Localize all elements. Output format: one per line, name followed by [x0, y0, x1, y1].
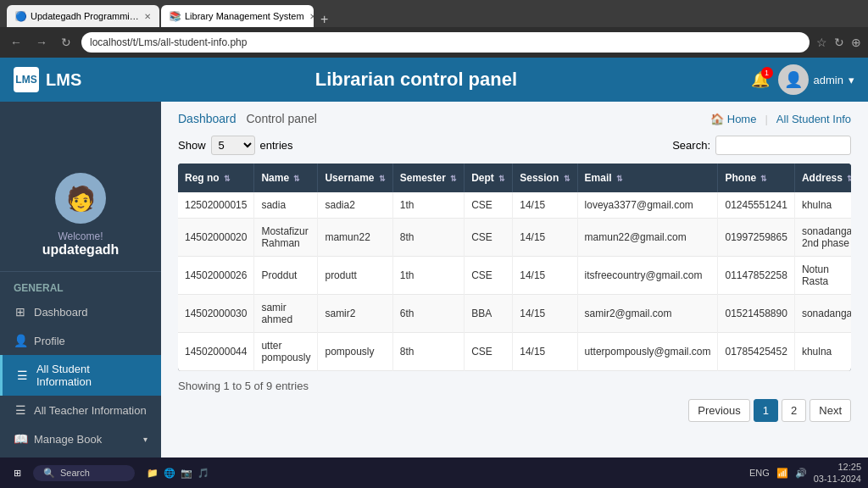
cell-4: CSE	[465, 333, 513, 371]
sidebar-item-label: Manage Book	[34, 433, 102, 446]
cell-8: sonadanga 2nd phase	[794, 219, 851, 257]
app-icon-2[interactable]: 🌐	[164, 468, 175, 479]
sidebar-item-manage-book[interactable]: 📖 Manage Book ▾	[0, 424, 161, 453]
notification-bell[interactable]: 🔔 1	[751, 70, 770, 89]
cell-1: utter pompously	[254, 333, 318, 371]
table-body: 12502000015sadiasadia21thCSE14/15loveya3…	[178, 192, 851, 371]
clock-date: 03-11-2024	[814, 473, 861, 485]
cell-7: 01147852258	[718, 257, 794, 295]
sort-icon-semester: ⇅	[450, 175, 457, 183]
cell-2: pompously	[318, 333, 392, 371]
tab1-close[interactable]: ✕	[144, 12, 151, 21]
breadcrumb-home-link[interactable]: 🏠 Home	[710, 113, 757, 125]
previous-button[interactable]: Previous	[688, 399, 750, 422]
sidebar-section-general: General	[0, 272, 161, 297]
sidebar-item-issue-book[interactable]: 📤 Issue Book ▾	[0, 453, 161, 458]
bookmark-icon[interactable]: ☆	[816, 36, 827, 49]
cell-8: Notun Rasta	[794, 257, 851, 295]
breadcrumb-divider: |	[765, 113, 767, 125]
next-button[interactable]: Next	[810, 399, 851, 422]
main-content: Dashboard Control panel 🏠 Home | All Stu…	[161, 58, 868, 458]
col-email[interactable]: Email ⇅	[577, 164, 718, 192]
address-text: localhost/t/Lms/all-student-info.php	[90, 36, 247, 48]
app-icon-1[interactable]: 📁	[147, 468, 159, 479]
cell-5: 14/15	[513, 295, 577, 333]
breadcrumb: Dashboard Control panel 🏠 Home | All Stu…	[178, 112, 851, 125]
pagination-info: Showing 1 to 5 of 9 entries	[178, 380, 851, 392]
search-input[interactable]	[715, 136, 851, 155]
sidebar-item-profile[interactable]: 👤 Profile	[0, 326, 161, 355]
show-entries: Show 5 10 25 50 100 entries	[178, 136, 293, 155]
cell-6: loveya3377@gmail.com	[577, 192, 718, 219]
app-icon-3[interactable]: 📷	[181, 468, 192, 479]
tab1-label: Updategadh Programming - Up...	[31, 11, 139, 21]
entries-select[interactable]: 5 10 25 50 100	[211, 136, 255, 155]
sidebar-item-dashboard[interactable]: ⊞ Dashboard	[0, 297, 161, 326]
manage-book-arrow: ▾	[143, 435, 147, 444]
table-controls: Show 5 10 25 50 100 entries Search:	[178, 136, 851, 155]
taskbar-pinned-apps: 📁 🌐 📷 🎵	[147, 468, 209, 479]
app-icon-4[interactable]: 🎵	[198, 468, 209, 479]
cell-0: 14502000030	[178, 295, 254, 333]
cell-6: samir2@gmail.com	[577, 295, 718, 333]
sort-icon-reg-no: ⇅	[224, 175, 231, 183]
browser-tab-2[interactable]: 📚 Library Management System ✕	[161, 5, 314, 27]
cell-1: Proddut	[254, 257, 318, 295]
new-tab-button[interactable]: +	[315, 12, 333, 27]
page-2-button[interactable]: 2	[782, 399, 806, 422]
sort-icon-username: ⇅	[379, 175, 386, 183]
cell-7: 01245551241	[718, 192, 794, 219]
col-semester[interactable]: Semester ⇅	[392, 164, 464, 192]
sort-icon-address: ⇅	[847, 175, 851, 183]
address-bar[interactable]: localhost/t/Lms/all-student-info.php	[81, 32, 810, 53]
cell-8: sonadanga	[794, 295, 851, 333]
entries-label: entries	[260, 139, 293, 152]
sidebar-item-label: All Teacher Information	[34, 404, 147, 417]
start-button[interactable]: ⊞	[7, 468, 28, 479]
cell-8: khulna	[794, 333, 851, 371]
forward-button[interactable]: →	[32, 34, 51, 51]
col-phone[interactable]: Phone ⇅	[718, 164, 794, 192]
volume-icon[interactable]: 🔊	[795, 468, 807, 479]
col-reg-no[interactable]: Reg no ⇅	[178, 164, 254, 192]
cell-6: utterpompously@gmail.com	[577, 333, 718, 371]
reload-button[interactable]: ↻	[58, 34, 75, 51]
tab2-label: Library Management System	[185, 11, 304, 21]
refresh-icon[interactable]: ↻	[834, 36, 844, 49]
cell-0: 14502000044	[178, 333, 254, 371]
profile-welcome: Welcome!	[14, 230, 147, 242]
taskbar-search[interactable]: 🔍 Search	[33, 465, 135, 481]
table-row: 14502000020Mostafizur Rahmanmamun228thCS…	[178, 219, 851, 257]
sidebar-item-all-student-info[interactable]: ☰ All Student Information	[0, 355, 161, 396]
table-row: 14502000044utter pompouslypompously8thCS…	[178, 333, 851, 371]
breadcrumb-sub: Control panel	[247, 112, 317, 125]
extension-icon[interactable]: ⊕	[851, 36, 861, 49]
col-name[interactable]: Name ⇅	[254, 164, 318, 192]
sort-icon-email: ⇅	[616, 175, 623, 183]
cell-1: sadia	[254, 192, 318, 219]
breadcrumb-dashboard[interactable]: Dashboard	[178, 112, 236, 125]
cell-5: 14/15	[513, 192, 577, 219]
cell-3: 8th	[392, 333, 464, 371]
browser-addressbar: ← → ↻ localhost/t/Lms/all-student-info.p…	[0, 27, 868, 58]
sidebar-item-label: Dashboard	[34, 306, 88, 319]
back-button[interactable]: ←	[7, 34, 25, 51]
profile-icon: 👤	[14, 334, 27, 347]
wifi-icon[interactable]: 📶	[776, 468, 788, 479]
col-address[interactable]: Address ⇅	[794, 164, 851, 192]
page-1-button[interactable]: 1	[754, 399, 778, 422]
brand-icon-text: LMS	[15, 74, 36, 86]
table-header-row: Reg no ⇅ Name ⇅ Username ⇅ Semester ⇅ De…	[178, 164, 851, 192]
sidebar-item-all-teacher-info[interactable]: ☰ All Teacher Information	[0, 396, 161, 424]
col-dept[interactable]: Dept ⇅	[465, 164, 513, 192]
brand-icon: LMS	[14, 67, 39, 92]
admin-menu[interactable]: 👤 admin ▾	[778, 64, 854, 95]
student-info-icon: ☰	[16, 369, 30, 382]
data-table-wrapper: Reg no ⇅ Name ⇅ Username ⇅ Semester ⇅ De…	[178, 164, 851, 371]
col-username[interactable]: Username ⇅	[318, 164, 392, 192]
tab2-close[interactable]: ✕	[309, 12, 314, 21]
cell-7: 01521458890	[718, 295, 794, 333]
browser-tab-1[interactable]: 🔵 Updategadh Programming - Up... ✕	[7, 5, 159, 27]
col-session[interactable]: Session ⇅	[513, 164, 577, 192]
cell-3: 1th	[392, 257, 464, 295]
